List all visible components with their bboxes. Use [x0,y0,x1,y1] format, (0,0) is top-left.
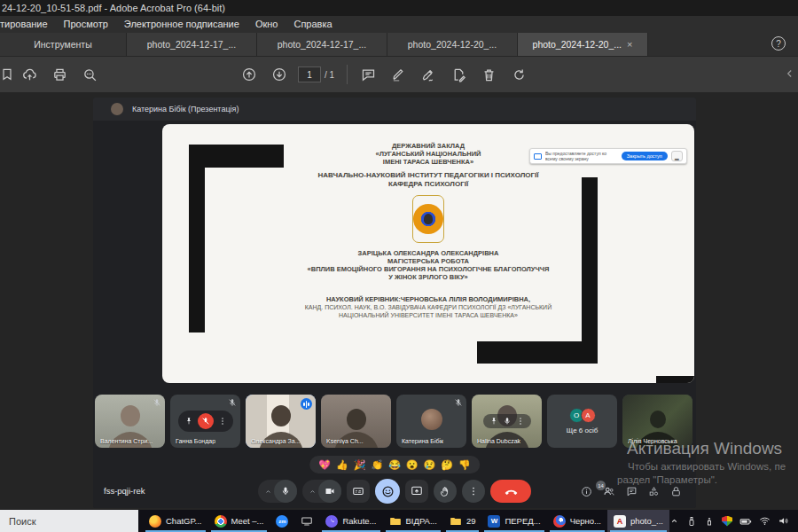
more-options-icon[interactable] [218,417,227,426]
usb-device-icon[interactable] [686,516,697,527]
taskbar-app-acrobat-active[interactable]: A photo_... [607,510,669,532]
mic-muted-button[interactable] [198,413,214,429]
wifi-icon[interactable] [759,515,771,527]
fill-sign-icon[interactable] [443,61,473,88]
tab-doc-1[interactable]: photo_2024-12-17_... [127,33,257,56]
avatar: A [581,408,596,423]
reaction-thinking[interactable]: 🤔 [441,459,453,470]
reactions-button-active[interactable] [375,479,400,504]
taskbar-app-zoom[interactable]: zm [270,510,294,532]
mic-off-icon [454,398,463,407]
taskbar-app-viber[interactable]: Rakute... [319,510,382,532]
participant-tile-kseniya[interactable]: Kseniya Ch... [321,395,391,448]
notice-minimize-button[interactable]: ▂ [671,151,683,161]
more-options-button[interactable] [462,480,485,503]
more-participants-tile[interactable]: O A Ще 6 осіб [547,395,617,448]
usb-drive-icon[interactable] [704,516,715,527]
people-icon[interactable]: 14 [603,485,615,497]
host-controls-lock-icon[interactable] [670,486,682,497]
slide-line: КАФЕДРА ПСИХОЛОГІЇ [162,180,694,189]
taskbar-app-cast[interactable] [294,510,319,532]
mic-button[interactable] [274,480,297,503]
participant-tile-valentyna[interactable]: Валентина Стри... [95,395,165,448]
camera-button[interactable] [318,480,341,503]
highlight-icon[interactable] [383,61,413,88]
pin-icon[interactable] [489,417,498,426]
participant-tile-hanna[interactable]: Ганна Бондар [170,395,240,448]
tray-chevron-up-icon[interactable] [669,516,679,526]
taskbar-app-chrome-meet[interactable]: Meet –... [208,510,270,532]
raise-hand-button[interactable] [434,480,457,503]
bookmark-icon[interactable] [0,61,14,88]
menu-edit[interactable]: тирование [0,19,56,29]
camera-options-chevron-icon[interactable] [307,488,318,496]
taskbar-app-label: Черно... [570,516,601,526]
next-page-icon[interactable] [264,61,294,88]
tab-doc-3[interactable]: photo_2024-12-20_... [387,33,518,56]
cloud-upload-icon[interactable] [14,61,44,88]
more-options-icon[interactable] [516,417,525,426]
activities-icon[interactable] [648,486,660,497]
search-icon[interactable] [74,61,105,88]
mic-icon[interactable] [503,417,512,426]
page-number-input[interactable]: 1 [298,66,321,82]
taskbar-app-folder-vidra[interactable]: ВІДРА... [383,510,443,532]
taskbar-app-firefox[interactable]: ChatGP... [143,510,208,532]
captions-button[interactable] [347,480,370,503]
taskbar-apps: ChatGP... Meet –... zm Rakute... ВІДРА..… [143,510,669,532]
menu-window[interactable]: Окно [247,19,286,29]
menu-help[interactable]: Справка [286,19,340,29]
mic-options-chevron-icon[interactable] [262,488,274,496]
info-icon[interactable] [581,486,592,497]
volume-icon[interactable] [778,515,789,527]
reaction-surprised[interactable]: 😮 [406,459,419,470]
help-icon[interactable]: ? [771,36,786,51]
chat-icon[interactable] [626,486,638,497]
meeting-code: fss-pqji-rek [104,486,145,496]
print-icon[interactable] [44,61,74,88]
reaction-clap[interactable]: 👏 [371,459,383,470]
sign-pen-icon[interactable] [413,61,443,88]
comment-icon[interactable] [353,61,383,88]
reaction-thumbs-down[interactable]: 👎 [458,459,471,470]
tab-doc-4-active[interactable]: photo_2024-12-20_... × [518,33,648,56]
participant-tile-oleksandra-speaking[interactable]: Олександра За... [246,395,316,448]
system-tray: × [669,510,798,532]
pin-icon[interactable] [184,417,193,426]
reaction-tada[interactable]: 🎉 [354,459,366,470]
present-screen-button[interactable] [405,480,428,503]
toolbar-overflow-icon[interactable] [784,67,796,80]
stop-sharing-button[interactable]: Закрыть доступ [622,152,668,160]
tab-tools[interactable]: Инструменты [0,33,127,56]
participant-tile-kateryna[interactable]: Катерина Бібік [396,395,466,448]
reaction-cry[interactable]: 😢 [424,459,436,470]
rotate-icon[interactable] [504,61,534,88]
tab-close-icon[interactable]: × [627,39,632,50]
window-title: 24-12-20_10-51-58.pdf - Adobe Acrobat Pr… [2,3,225,13]
slide-line: КАНД. ПСИХОЛ. НАУК, В.О. ЗАВІДУВАЧА КАФЕ… [162,303,694,311]
reactions-bar: 💖 👍 🎉 👏 😂 😮 😢 🤔 👎 [309,456,480,473]
participant-name: Ганна Бондар [176,438,215,444]
end-call-button[interactable] [490,480,531,503]
taskbar-search-input[interactable]: Поиск [0,510,138,532]
tab-doc-1-label: photo_2024-12-17_... [147,39,236,50]
document-area[interactable]: Катерина Бібік (Презентація) ДЕРЖАВНИЙ З… [0,92,798,510]
reaction-thumbs-up[interactable]: 👍 [336,459,348,470]
delete-pages-icon[interactable] [473,61,504,88]
participant-strip: Валентина Стри... Ганна Бондар О [95,395,694,448]
tabbar: Инструменты photo_2024-12-17_... photo_2… [0,32,798,56]
taskbar-app-folder-29[interactable]: 29 [443,510,482,532]
meet-controls [258,479,531,504]
tab-doc-2[interactable]: photo_2024-12-17_... [257,33,387,56]
participant-tile-liliia[interactable]: Лілія Черновська [622,395,692,448]
reaction-joy[interactable]: 😂 [388,459,401,470]
battery-icon[interactable] [739,515,752,528]
menu-view[interactable]: Просмотр [56,19,116,29]
menu-esign[interactable]: Электронное подписание [116,19,247,29]
taskbar-app-word[interactable]: W ПЕРЕД... [481,510,546,532]
participant-tile-halina[interactable]: Halina Dubczak [472,395,542,448]
previous-page-icon[interactable] [234,61,264,88]
taskbar-app-browser-cherno[interactable]: Черно... [547,510,607,532]
reaction-heart[interactable]: 💖 [318,459,331,470]
defender-shield-icon[interactable]: × [722,516,732,527]
